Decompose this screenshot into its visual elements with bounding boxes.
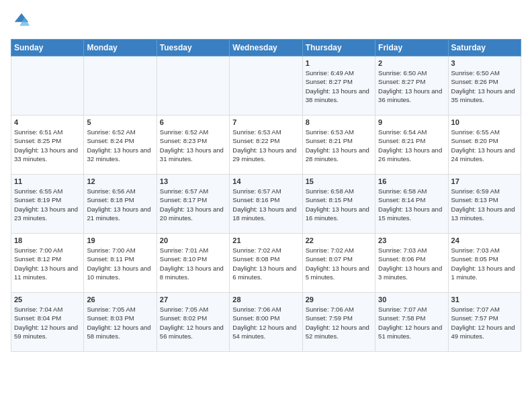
day-cell: 23 Sunrise: 7:03 AMSunset: 8:06 PMDaylig… xyxy=(375,234,448,293)
day-number: 27 xyxy=(160,295,226,304)
day-detail: Sunrise: 6:52 AMSunset: 8:23 PMDaylight:… xyxy=(160,128,226,163)
day-detail: Sunrise: 7:06 AMSunset: 8:00 PMDaylight:… xyxy=(232,305,299,340)
day-cell: 28 Sunrise: 7:06 AMSunset: 8:00 PMDaylig… xyxy=(230,293,302,352)
day-cell: 13 Sunrise: 6:57 AMSunset: 8:17 PMDaylig… xyxy=(157,175,229,234)
day-cell: 18 Sunrise: 7:00 AMSunset: 8:12 PMDaylig… xyxy=(11,234,84,293)
day-detail: Sunrise: 7:02 AMSunset: 8:08 PMDaylight:… xyxy=(232,246,299,281)
day-detail: Sunrise: 6:56 AMSunset: 8:18 PMDaylight:… xyxy=(87,187,153,222)
day-number: 15 xyxy=(306,177,372,185)
day-cell: 10 Sunrise: 6:55 AMSunset: 8:20 PMDaylig… xyxy=(448,116,521,175)
day-detail: Sunrise: 6:58 AMSunset: 8:14 PMDaylight:… xyxy=(378,187,445,222)
header-day-tuesday: Tuesday xyxy=(157,40,229,56)
logo-icon xyxy=(12,11,31,30)
day-detail: Sunrise: 7:05 AMSunset: 8:03 PMDaylight:… xyxy=(87,305,153,340)
week-row-2: 4 Sunrise: 6:51 AMSunset: 8:25 PMDayligh… xyxy=(11,116,521,175)
day-detail: Sunrise: 7:02 AMSunset: 8:07 PMDaylight:… xyxy=(306,246,372,281)
day-cell: 5 Sunrise: 6:52 AMSunset: 8:24 PMDayligh… xyxy=(84,116,157,175)
day-cell xyxy=(157,56,229,116)
day-number: 10 xyxy=(451,118,518,126)
day-number: 31 xyxy=(451,295,518,304)
logo xyxy=(11,11,31,32)
week-row-1: 1 Sunrise: 6:49 AMSunset: 8:27 PMDayligh… xyxy=(11,56,521,116)
calendar-table: SundayMondayTuesdayWednesdayThursdayFrid… xyxy=(11,39,521,352)
day-cell: 30 Sunrise: 7:07 AMSunset: 7:58 PMDaylig… xyxy=(375,293,448,352)
day-number: 25 xyxy=(14,295,81,304)
day-number: 26 xyxy=(87,295,153,304)
day-number: 6 xyxy=(160,118,226,126)
day-number: 9 xyxy=(378,118,445,126)
day-number: 24 xyxy=(451,236,518,244)
day-detail: Sunrise: 7:01 AMSunset: 8:10 PMDaylight:… xyxy=(160,246,226,281)
day-cell xyxy=(11,56,84,116)
day-cell: 4 Sunrise: 6:51 AMSunset: 8:25 PMDayligh… xyxy=(11,116,84,175)
day-number: 13 xyxy=(160,177,226,185)
day-cell: 1 Sunrise: 6:49 AMSunset: 8:27 PMDayligh… xyxy=(302,56,375,116)
day-cell: 11 Sunrise: 6:55 AMSunset: 8:19 PMDaylig… xyxy=(11,175,84,234)
day-number: 3 xyxy=(451,59,518,67)
day-detail: Sunrise: 6:53 AMSunset: 8:22 PMDaylight:… xyxy=(232,128,299,163)
day-number: 1 xyxy=(306,59,372,67)
day-detail: Sunrise: 7:04 AMSunset: 8:04 PMDaylight:… xyxy=(14,305,81,340)
header-day-wednesday: Wednesday xyxy=(230,40,302,56)
day-detail: Sunrise: 7:00 AMSunset: 8:12 PMDaylight:… xyxy=(14,246,81,281)
header-day-sunday: Sunday xyxy=(11,40,84,56)
week-row-5: 25 Sunrise: 7:04 AMSunset: 8:04 PMDaylig… xyxy=(11,293,521,352)
day-detail: Sunrise: 7:00 AMSunset: 8:11 PMDaylight:… xyxy=(87,246,153,281)
day-number: 22 xyxy=(306,236,372,244)
day-cell: 22 Sunrise: 7:02 AMSunset: 8:07 PMDaylig… xyxy=(302,234,375,293)
day-number: 21 xyxy=(232,236,299,244)
day-detail: Sunrise: 7:07 AMSunset: 7:58 PMDaylight:… xyxy=(378,305,445,340)
day-detail: Sunrise: 6:50 AMSunset: 8:27 PMDaylight:… xyxy=(378,68,445,104)
day-cell: 19 Sunrise: 7:00 AMSunset: 8:11 PMDaylig… xyxy=(84,234,157,293)
header-day-thursday: Thursday xyxy=(302,40,375,56)
day-cell: 27 Sunrise: 7:05 AMSunset: 8:02 PMDaylig… xyxy=(157,293,229,352)
day-detail: Sunrise: 6:55 AMSunset: 8:19 PMDaylight:… xyxy=(14,187,81,222)
day-detail: Sunrise: 6:50 AMSunset: 8:26 PMDaylight:… xyxy=(451,68,518,104)
day-cell: 20 Sunrise: 7:01 AMSunset: 8:10 PMDaylig… xyxy=(157,234,229,293)
day-number: 28 xyxy=(232,295,299,304)
day-cell: 25 Sunrise: 7:04 AMSunset: 8:04 PMDaylig… xyxy=(11,293,84,352)
day-cell: 8 Sunrise: 6:53 AMSunset: 8:21 PMDayligh… xyxy=(302,116,375,175)
day-number: 2 xyxy=(378,59,445,67)
day-number: 19 xyxy=(87,236,153,244)
day-number: 23 xyxy=(378,236,445,244)
day-detail: Sunrise: 6:55 AMSunset: 8:20 PMDaylight:… xyxy=(451,128,518,163)
day-cell: 21 Sunrise: 7:02 AMSunset: 8:08 PMDaylig… xyxy=(230,234,302,293)
day-cell: 26 Sunrise: 7:05 AMSunset: 8:03 PMDaylig… xyxy=(84,293,157,352)
day-cell: 17 Sunrise: 6:59 AMSunset: 8:13 PMDaylig… xyxy=(448,175,521,234)
day-cell: 2 Sunrise: 6:50 AMSunset: 8:27 PMDayligh… xyxy=(375,56,448,116)
day-detail: Sunrise: 7:03 AMSunset: 8:06 PMDaylight:… xyxy=(378,246,445,281)
day-detail: Sunrise: 6:58 AMSunset: 8:15 PMDaylight:… xyxy=(306,187,372,222)
week-row-4: 18 Sunrise: 7:00 AMSunset: 8:12 PMDaylig… xyxy=(11,234,521,293)
day-number: 20 xyxy=(160,236,226,244)
calendar-header: SundayMondayTuesdayWednesdayThursdayFrid… xyxy=(11,40,521,56)
header-day-saturday: Saturday xyxy=(448,40,521,56)
day-cell: 31 Sunrise: 7:07 AMSunset: 7:57 PMDaylig… xyxy=(448,293,521,352)
day-cell: 15 Sunrise: 6:58 AMSunset: 8:15 PMDaylig… xyxy=(302,175,375,234)
day-detail: Sunrise: 7:07 AMSunset: 7:57 PMDaylight:… xyxy=(451,305,518,340)
page-header xyxy=(11,11,521,32)
day-cell: 9 Sunrise: 6:54 AMSunset: 8:21 PMDayligh… xyxy=(375,116,448,175)
day-cell: 7 Sunrise: 6:53 AMSunset: 8:22 PMDayligh… xyxy=(230,116,302,175)
day-number: 16 xyxy=(378,177,445,185)
day-number: 4 xyxy=(14,118,81,126)
day-detail: Sunrise: 6:53 AMSunset: 8:21 PMDaylight:… xyxy=(306,128,372,163)
day-detail: Sunrise: 6:54 AMSunset: 8:21 PMDaylight:… xyxy=(378,128,445,163)
week-row-3: 11 Sunrise: 6:55 AMSunset: 8:19 PMDaylig… xyxy=(11,175,521,234)
header-day-friday: Friday xyxy=(375,40,448,56)
header-row: SundayMondayTuesdayWednesdayThursdayFrid… xyxy=(11,40,521,56)
day-detail: Sunrise: 6:49 AMSunset: 8:27 PMDaylight:… xyxy=(306,68,372,104)
day-cell: 3 Sunrise: 6:50 AMSunset: 8:26 PMDayligh… xyxy=(448,56,521,116)
day-detail: Sunrise: 7:06 AMSunset: 7:59 PMDaylight:… xyxy=(306,305,372,340)
day-cell: 16 Sunrise: 6:58 AMSunset: 8:14 PMDaylig… xyxy=(375,175,448,234)
day-detail: Sunrise: 6:59 AMSunset: 8:13 PMDaylight:… xyxy=(451,187,518,222)
day-cell: 6 Sunrise: 6:52 AMSunset: 8:23 PMDayligh… xyxy=(157,116,229,175)
day-detail: Sunrise: 6:57 AMSunset: 8:17 PMDaylight:… xyxy=(160,187,226,222)
day-number: 30 xyxy=(378,295,445,304)
day-cell xyxy=(230,56,302,116)
day-cell xyxy=(84,56,157,116)
day-detail: Sunrise: 6:57 AMSunset: 8:16 PMDaylight:… xyxy=(232,187,299,222)
calendar-body: 1 Sunrise: 6:49 AMSunset: 8:27 PMDayligh… xyxy=(11,56,521,352)
day-detail: Sunrise: 7:05 AMSunset: 8:02 PMDaylight:… xyxy=(160,305,226,340)
header-day-monday: Monday xyxy=(84,40,157,56)
